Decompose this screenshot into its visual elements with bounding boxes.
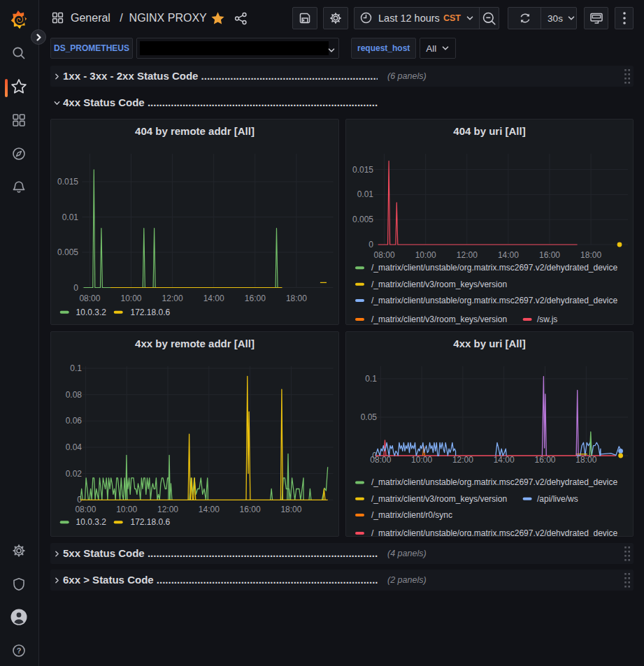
svg-text:12:00: 12:00 xyxy=(157,505,178,514)
svg-text:0.04: 0.04 xyxy=(66,442,83,452)
svg-text:16:00: 16:00 xyxy=(539,250,560,260)
svg-text:/_matrix/client/v3/room_keys/v: /_matrix/client/v3/room_keys/version xyxy=(371,494,507,504)
svg-text:0.005: 0.005 xyxy=(352,215,373,224)
svg-text:0.015: 0.015 xyxy=(352,165,373,175)
svg-text:0.005: 0.005 xyxy=(57,247,78,257)
svg-text:/_matrix/client/r0/sync: /_matrix/client/r0/sync xyxy=(371,510,452,520)
svg-text:/_matrix/client/unstable/org.m: /_matrix/client/unstable/org.matrix.msc2… xyxy=(371,477,618,487)
svg-text:10:00: 10:00 xyxy=(415,250,436,260)
svg-text:18:00: 18:00 xyxy=(580,250,601,260)
svg-text:/api/live/ws: /api/live/ws xyxy=(537,494,578,504)
svg-text:10.0.3.2: 10.0.3.2 xyxy=(76,517,107,527)
svg-text:/_matrix/client/v3/room_keys/v: /_matrix/client/v3/room_keys/version xyxy=(371,314,507,324)
svg-text:10:00: 10:00 xyxy=(120,294,141,303)
svg-text:0.08: 0.08 xyxy=(66,390,83,400)
svg-text:14:00: 14:00 xyxy=(199,505,220,514)
svg-text:0.01: 0.01 xyxy=(62,212,79,222)
svg-text:/_matrix/client/unstable/org.m: /_matrix/client/unstable/org.matrix.msc2… xyxy=(371,528,618,536)
svg-text:?: ? xyxy=(17,646,22,655)
svg-text:172.18.0.6: 172.18.0.6 xyxy=(131,307,171,317)
svg-text:14:00: 14:00 xyxy=(498,250,519,260)
svg-text:0.01: 0.01 xyxy=(357,189,374,199)
svg-text:12:00: 12:00 xyxy=(162,294,183,303)
svg-text:16:00: 16:00 xyxy=(245,294,266,303)
svg-text:0.015: 0.015 xyxy=(57,177,78,187)
svg-text:0.1: 0.1 xyxy=(365,374,377,384)
svg-text:12:00: 12:00 xyxy=(457,250,478,260)
svg-text:0: 0 xyxy=(368,240,373,249)
svg-text:08:00: 08:00 xyxy=(79,294,100,303)
svg-text:14:00: 14:00 xyxy=(203,294,224,303)
svg-text:16:00: 16:00 xyxy=(240,505,261,514)
svg-text:/sw.js: /sw.js xyxy=(537,314,557,324)
svg-text:08:00: 08:00 xyxy=(75,505,96,514)
svg-text:08:00: 08:00 xyxy=(374,250,395,260)
svg-text:/_matrix/client/v3/room_keys/v: /_matrix/client/v3/room_keys/version xyxy=(371,280,507,289)
svg-text:172.18.0.6: 172.18.0.6 xyxy=(131,517,171,527)
svg-text:18:00: 18:00 xyxy=(286,294,307,303)
svg-text:0.05: 0.05 xyxy=(361,412,378,422)
svg-text:10:00: 10:00 xyxy=(116,505,137,514)
svg-text:0.06: 0.06 xyxy=(66,416,83,426)
svg-text:0.1: 0.1 xyxy=(70,363,82,373)
svg-text:10.0.3.2: 10.0.3.2 xyxy=(76,307,107,317)
svg-text:/_matrix/client/unstable/org.m: /_matrix/client/unstable/org.matrix.msc2… xyxy=(371,296,618,305)
svg-text:/_matrix/client/unstable/org.m: /_matrix/client/unstable/org.matrix.msc2… xyxy=(371,263,618,273)
svg-text:0: 0 xyxy=(73,283,78,293)
svg-text:18:00: 18:00 xyxy=(280,505,301,514)
svg-text:0.02: 0.02 xyxy=(66,469,83,479)
